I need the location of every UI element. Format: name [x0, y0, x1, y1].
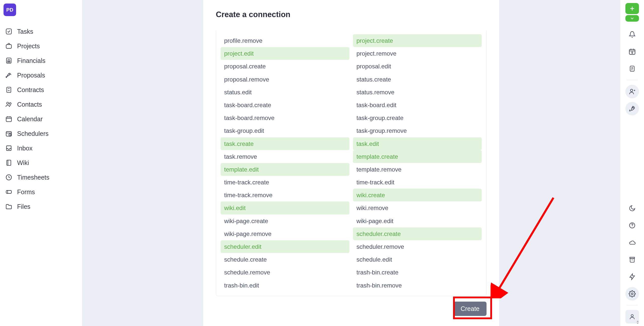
scope-item[interactable]: task-group.create: [353, 111, 482, 124]
scope-item[interactable]: proposal.remove: [221, 73, 349, 86]
scope-item[interactable]: wiki.edit: [221, 201, 349, 214]
scope-item[interactable]: task-board.create: [221, 99, 349, 111]
scope-item[interactable]: scheduler.remove: [353, 240, 482, 253]
sidebar-item-contacts[interactable]: Contacts: [4, 97, 78, 112]
sidebar-item-calendar[interactable]: Calendar: [4, 112, 78, 126]
sidebar-item-tasks[interactable]: Tasks: [4, 24, 78, 39]
scope-item[interactable]: schedule.create: [221, 253, 349, 266]
notes-button[interactable]: [625, 62, 639, 75]
sidebar-item-projects[interactable]: Projects: [4, 39, 78, 53]
scope-item[interactable]: status.edit: [221, 86, 349, 99]
sidebar-item-wiki[interactable]: Wiki: [4, 155, 78, 170]
scope-item[interactable]: time-track.create: [221, 176, 349, 189]
scope-item[interactable]: schedule.remove: [221, 266, 349, 279]
rail-separator: [627, 80, 638, 80]
scope-item[interactable]: wiki.remove: [353, 201, 482, 214]
gear-icon: [629, 290, 636, 297]
scope-item[interactable]: template.remove: [353, 163, 482, 176]
sidebar-item-files[interactable]: Files: [4, 199, 78, 214]
automations-button[interactable]: [625, 270, 639, 283]
scope-item[interactable]: scheduler.create: [353, 227, 482, 240]
upgrade-button[interactable]: [625, 102, 639, 115]
bell-icon: [629, 31, 636, 38]
scope-item[interactable]: project.remove: [353, 47, 482, 60]
scope-item[interactable]: wiki.create: [353, 189, 482, 201]
scope-item[interactable]: project.create: [353, 34, 482, 47]
scope-item[interactable]: proposal.create: [221, 60, 349, 73]
file-sign-icon: [5, 86, 13, 94]
scope-item[interactable]: task-group.edit: [221, 124, 349, 137]
scope-item[interactable]: trash-bin.remove: [353, 279, 482, 292]
scope-item[interactable]: time-track.edit: [353, 176, 482, 189]
scope-item[interactable]: template.create: [353, 150, 482, 163]
scope-item[interactable]: wiki-page.edit: [353, 215, 482, 227]
create-button[interactable]: Create: [454, 302, 487, 316]
scope-item[interactable]: time-track.remove: [221, 189, 349, 201]
quick-add-expand-button[interactable]: [625, 15, 639, 22]
plus-icon: [629, 5, 635, 12]
svg-point-13: [9, 103, 11, 104]
scope-item[interactable]: template.edit: [221, 163, 349, 176]
svg-rect-14: [6, 117, 12, 122]
scope-item[interactable]: wiki-page.create: [221, 215, 349, 227]
book-icon: [5, 159, 13, 167]
svg-line-25: [10, 135, 11, 135]
svg-point-9: [10, 62, 10, 62]
sidebar-item-label: Proposals: [17, 72, 45, 79]
expand-icon: [636, 320, 639, 324]
sidebar-item-timesheets[interactable]: Timesheets: [4, 170, 78, 185]
sidebar-item-contracts[interactable]: Contracts: [4, 83, 78, 97]
scope-item[interactable]: task-board.remove: [221, 111, 349, 124]
sidebar-item-label: Wiki: [17, 159, 29, 167]
sidebar-item-label: Contacts: [17, 101, 42, 108]
sidebar-item-inbox[interactable]: Inbox: [4, 141, 78, 155]
scope-item[interactable]: project.edit: [221, 47, 349, 60]
scope-item[interactable]: status.remove: [353, 86, 482, 99]
help-button[interactable]: [625, 219, 639, 232]
moon-icon: [629, 205, 636, 212]
scope-item[interactable]: task.edit: [353, 137, 482, 150]
scope-item[interactable]: profile.remove: [221, 34, 349, 47]
theme-toggle-button[interactable]: [625, 201, 639, 215]
create-connection-panel: Create a connection profile.removeprojec…: [203, 0, 499, 326]
calendar-day-button[interactable]: 9: [625, 45, 639, 58]
scope-item[interactable]: task-group.remove: [353, 124, 482, 137]
settings-button[interactable]: [625, 287, 639, 301]
archive-button[interactable]: [625, 253, 639, 266]
clock-icon: [5, 174, 13, 181]
scope-item[interactable]: task.create: [221, 137, 349, 150]
svg-point-6: [10, 61, 10, 61]
cloud-icon: [629, 239, 636, 246]
scope-item[interactable]: scheduler.edit: [221, 240, 349, 253]
scope-item[interactable]: proposal.edit: [353, 60, 482, 73]
scope-item[interactable]: schedule.edit: [353, 253, 482, 266]
svg-rect-10: [7, 87, 11, 93]
scope-item[interactable]: wiki-page.remove: [221, 227, 349, 240]
sidebar-item-financials[interactable]: Financials: [4, 53, 78, 68]
svg-point-48: [633, 107, 634, 108]
notifications-button[interactable]: [625, 28, 639, 41]
svg-point-5: [9, 61, 9, 61]
workspace-badge[interactable]: PD: [4, 4, 16, 16]
svg-rect-31: [6, 190, 12, 193]
chevron-down-icon: [630, 16, 635, 21]
scope-item[interactable]: task-board.edit: [353, 99, 482, 111]
svg-point-7: [8, 62, 8, 62]
invite-user-button[interactable]: [625, 85, 639, 98]
sidebar-item-schedulers[interactable]: Schedulers: [4, 126, 78, 141]
right-rail: 9: [620, 0, 644, 326]
account-switcher-button[interactable]: [625, 310, 639, 323]
scope-item[interactable]: trash-bin.edit: [221, 279, 349, 292]
rocket-icon: [629, 105, 636, 112]
scope-item[interactable]: status.create: [353, 73, 482, 86]
svg-line-30: [9, 177, 10, 178]
cloud-button[interactable]: [625, 236, 639, 249]
scope-item[interactable]: trash-bin.create: [353, 266, 482, 279]
sidebar-item-proposals[interactable]: Proposals: [4, 68, 78, 83]
quick-add-button[interactable]: [625, 3, 639, 14]
calendar-grid-icon: [5, 115, 13, 123]
briefcase-icon: [5, 42, 13, 50]
sidebar-item-forms[interactable]: Forms: [4, 185, 78, 199]
tray-icon: [5, 144, 13, 152]
scope-item[interactable]: task.remove: [221, 150, 349, 163]
